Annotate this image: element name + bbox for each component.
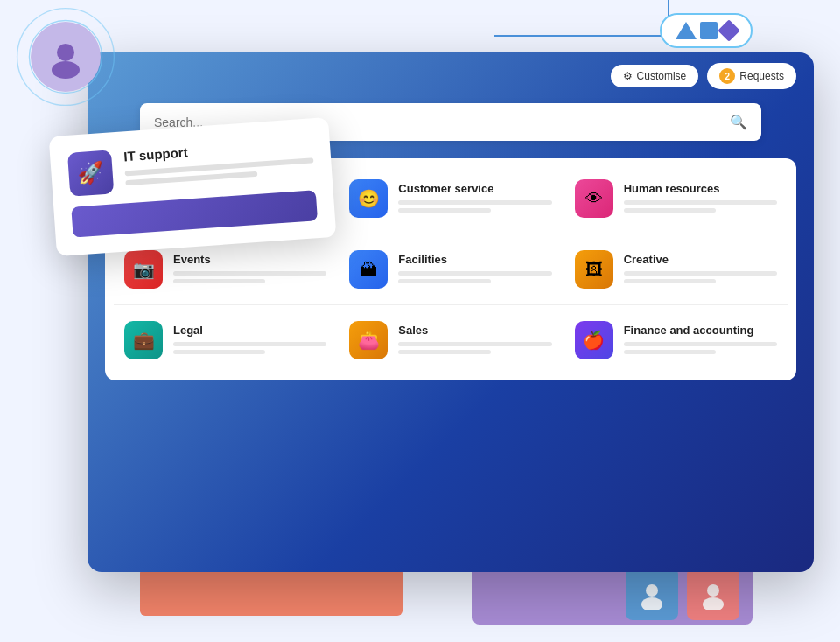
floating-it-card[interactable]: 🚀 IT support [49, 117, 337, 256]
row-divider-2 [114, 304, 788, 305]
fac-line2 [398, 279, 490, 283]
avatar-bottom-left [626, 568, 678, 620]
svg-point-1 [641, 597, 662, 610]
customer-service-icon: 😊 [349, 179, 388, 218]
sales-icon: 👛 [349, 321, 388, 359]
customise-button[interactable]: ⚙ Customise [611, 65, 699, 87]
floating-card-inner: 🚀 IT support [67, 136, 315, 196]
finance-icon: 🍎 [575, 321, 613, 359]
floating-card-icon: 🚀 [67, 150, 114, 196]
facilities-icon: 🏔 [349, 250, 388, 289]
leg-line2 [173, 350, 265, 354]
requests-badge: 2 [719, 68, 735, 84]
svg-point-7 [57, 44, 74, 61]
customer-service-content: Customer service [398, 182, 551, 216]
requests-label: Requests [739, 70, 784, 82]
facilities-content: Facilities [398, 253, 551, 287]
connector-line [494, 35, 669, 37]
leg-line1 [173, 342, 326, 346]
fin-line2 [624, 350, 716, 354]
finance-title: Finance and accounting [624, 324, 777, 337]
grid-cell-creative[interactable]: 🖼 Creative [564, 238, 788, 301]
decorative-coral-bar [140, 568, 402, 616]
legal-icon: 💼 [124, 321, 163, 359]
grid-cell-human-resources[interactable]: 👁 Human resources [564, 167, 788, 230]
avatar-bottom-right [687, 568, 739, 620]
sales-content: Sales [398, 324, 551, 358]
hr-title: Human resources [624, 182, 777, 195]
hr-icon: 👁 [575, 179, 613, 218]
card-bottom-bar [71, 190, 318, 237]
finance-content: Finance and accounting [624, 324, 777, 358]
triangle-shape [676, 22, 696, 39]
hr-content: Human resources [624, 182, 777, 216]
grid-cell-sales[interactable]: 👛 Sales [339, 309, 562, 372]
hr-line1 [624, 200, 777, 205]
svg-point-2 [707, 584, 719, 597]
gear-icon: ⚙ [623, 70, 633, 82]
cr-line1 [624, 271, 777, 276]
events-content: Events [173, 253, 326, 287]
cs-line1 [398, 200, 551, 205]
requests-button[interactable]: 2 Requests [707, 63, 796, 89]
customise-label: Customise [637, 70, 687, 82]
events-title: Events [173, 253, 326, 266]
search-icon: 🔍 [730, 114, 747, 130]
shapes-panel [660, 13, 752, 48]
svg-point-3 [703, 597, 724, 610]
sales-title: Sales [398, 324, 551, 337]
sal-line2 [398, 350, 490, 354]
facilities-title: Facilities [398, 253, 551, 266]
top-left-avatar-area [26, 17, 105, 96]
customer-service-title: Customer service [398, 182, 551, 195]
svg-point-8 [52, 61, 80, 79]
sal-line1 [398, 342, 551, 346]
diamond-shape [718, 19, 739, 41]
ev-line1 [173, 271, 326, 276]
fac-line1 [398, 271, 551, 276]
creative-content: Creative [624, 253, 777, 287]
svg-point-0 [646, 584, 658, 597]
legal-title: Legal [173, 324, 326, 337]
cr-line2 [624, 279, 716, 283]
grid-cell-customer-service[interactable]: 😊 Customer service [339, 167, 562, 230]
ev-line2 [173, 279, 265, 283]
grid-cell-facilities[interactable]: 🏔 Facilities [339, 238, 562, 301]
avatar-circle [31, 22, 101, 92]
creative-icon: 🖼 [575, 250, 613, 289]
cs-line2 [398, 208, 490, 213]
hr-line2 [624, 208, 716, 213]
fin-line1 [624, 342, 777, 346]
creative-title: Creative [624, 253, 777, 266]
floating-card-content: IT support [123, 136, 315, 190]
grid-cell-finance[interactable]: 🍎 Finance and accounting [564, 309, 788, 372]
square-shape [700, 22, 718, 39]
legal-content: Legal [173, 324, 326, 358]
events-icon: 📷 [124, 250, 163, 289]
browser-header: ⚙ Customise 2 Requests [88, 52, 814, 96]
grid-cell-legal[interactable]: 💼 Legal [114, 309, 337, 372]
